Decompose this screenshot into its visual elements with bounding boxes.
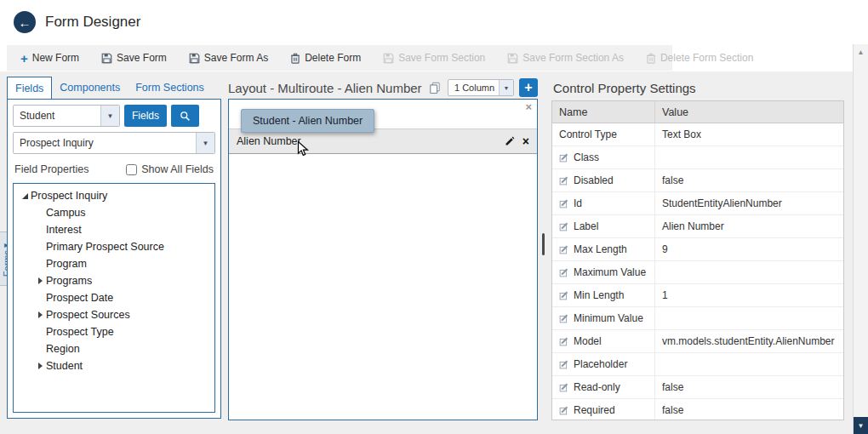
property-value[interactable]: false bbox=[654, 376, 843, 398]
tree-item[interactable]: Programs bbox=[14, 272, 214, 289]
expander-collapsed-icon[interactable] bbox=[34, 360, 46, 372]
property-name: Control Type bbox=[559, 128, 617, 140]
tree-item-label: Program bbox=[46, 258, 87, 270]
edit-icon[interactable] bbox=[559, 244, 569, 254]
tree-item[interactable]: Prospect Inquiry bbox=[14, 187, 214, 204]
edit-icon[interactable] bbox=[559, 313, 569, 323]
table-row: Id StudentEntityAlienNumber bbox=[552, 192, 843, 215]
fields-button[interactable]: Fields bbox=[124, 105, 167, 127]
tree-item-label: Prospect Date bbox=[46, 292, 113, 304]
table-row: Minimum Value bbox=[552, 307, 843, 330]
tree-item[interactable]: Region bbox=[14, 340, 214, 357]
edit-icon[interactable] bbox=[559, 290, 569, 300]
close-icon[interactable]: × bbox=[525, 100, 532, 113]
scroll-down-icon[interactable]: ▼ bbox=[854, 417, 868, 434]
tab-form-sections[interactable]: Form Sections bbox=[128, 77, 212, 99]
tab-components[interactable]: Components bbox=[52, 77, 128, 99]
property-name: Read-only bbox=[574, 381, 620, 393]
property-name: Model bbox=[574, 335, 602, 347]
edit-icon[interactable] bbox=[559, 198, 569, 208]
property-value[interactable]: vm.models.studentEntity.AlienNumber bbox=[654, 330, 843, 352]
property-name: Id bbox=[574, 197, 582, 209]
properties-title: Control Property Settings bbox=[551, 77, 846, 99]
layout-panel: Layout - Multiroute - Alien Number 1 Col… bbox=[228, 77, 538, 420]
column-header-value: Value bbox=[654, 101, 843, 123]
tree-item[interactable]: Campus bbox=[14, 204, 214, 221]
property-value[interactable]: StudentEntityAlienNumber bbox=[654, 192, 843, 214]
tree-item[interactable]: Prospect Sources bbox=[14, 306, 214, 323]
pencil-icon[interactable] bbox=[505, 136, 515, 146]
property-value[interactable] bbox=[654, 353, 843, 375]
left-tabs: Fields Components Form Sections bbox=[7, 77, 221, 99]
edit-icon[interactable] bbox=[559, 405, 569, 415]
vertical-scrollbar[interactable]: ▲ ▼ bbox=[853, 44, 868, 434]
edit-icon[interactable] bbox=[559, 359, 569, 369]
edit-icon[interactable] bbox=[559, 221, 569, 231]
search-button[interactable] bbox=[171, 105, 199, 127]
property-value[interactable]: 9 bbox=[654, 238, 843, 260]
delete-field-icon[interactable]: × bbox=[523, 135, 529, 147]
property-value[interactable]: 1 bbox=[654, 284, 843, 306]
property-value[interactable] bbox=[654, 261, 843, 283]
chevron-down-icon: ▼ bbox=[100, 106, 119, 126]
tree-item[interactable]: Interest bbox=[14, 221, 214, 238]
edit-icon[interactable] bbox=[559, 336, 569, 346]
field-tree: Prospect Inquiry Campus Interest Primary… bbox=[13, 183, 215, 413]
property-value[interactable] bbox=[654, 307, 843, 329]
column-select-value: 1 Column bbox=[448, 83, 499, 93]
delete-form-button[interactable]: Delete Form bbox=[290, 52, 361, 64]
table-row: Placeholder bbox=[552, 353, 843, 376]
tree-item[interactable]: Program bbox=[14, 255, 214, 272]
form-select[interactable]: Prospect Inquiry ▼ bbox=[13, 132, 215, 154]
save-form-section-button: Save Form Section bbox=[383, 52, 485, 64]
show-all-fields-checkbox[interactable] bbox=[126, 164, 137, 175]
panel-resize-handle[interactable] bbox=[542, 233, 545, 255]
tree-item[interactable]: Student bbox=[14, 357, 214, 374]
edit-icon[interactable] bbox=[559, 152, 569, 163]
entity-select[interactable]: Student ▼ bbox=[13, 105, 120, 127]
show-all-fields-label: Show All Fields bbox=[141, 163, 214, 175]
save-form-as-button[interactable]: Save Form As bbox=[189, 52, 268, 64]
table-row: Class bbox=[552, 146, 843, 169]
property-value[interactable] bbox=[654, 146, 843, 168]
expander-spacer bbox=[34, 343, 46, 355]
property-value[interactable]: false bbox=[654, 169, 843, 191]
new-form-button[interactable]: + New Form bbox=[20, 52, 79, 65]
column-select[interactable]: 1 Column ▼ bbox=[448, 79, 514, 96]
tree-item[interactable]: Prospect Type bbox=[14, 323, 214, 340]
back-button[interactable]: ← bbox=[14, 11, 36, 33]
save-icon bbox=[101, 53, 112, 64]
expander-collapsed-icon[interactable] bbox=[34, 275, 46, 287]
tree-item[interactable]: Primary Prospect Source bbox=[14, 238, 214, 255]
scroll-up-icon[interactable]: ▲ bbox=[854, 44, 868, 60]
property-name: Placeholder bbox=[574, 358, 627, 370]
delete-form-label: Delete Form bbox=[305, 52, 361, 64]
save-form-button[interactable]: Save Form bbox=[101, 52, 167, 64]
column-header-name: Name bbox=[552, 101, 654, 123]
save-icon bbox=[383, 53, 394, 64]
table-row: Required false bbox=[552, 399, 843, 420]
property-value[interactable]: Alien Number bbox=[654, 215, 843, 237]
tree-item-label: Student bbox=[46, 360, 83, 372]
edit-icon[interactable] bbox=[559, 382, 569, 392]
tree-item[interactable]: Prospect Date bbox=[14, 289, 214, 306]
expander-expanded-icon[interactable] bbox=[19, 190, 31, 202]
tab-fields[interactable]: Fields bbox=[7, 77, 52, 99]
table-row: Read-only false bbox=[552, 376, 843, 399]
properties-table-header: Name Value bbox=[552, 101, 843, 123]
tree-item-label: Programs bbox=[46, 275, 92, 287]
add-section-button[interactable]: + bbox=[519, 78, 538, 97]
edit-icon[interactable] bbox=[559, 267, 569, 277]
copy-icon[interactable] bbox=[429, 82, 441, 94]
tree-item-label: Interest bbox=[46, 224, 82, 236]
expander-spacer bbox=[34, 326, 46, 338]
search-icon bbox=[180, 111, 191, 122]
edit-icon[interactable] bbox=[559, 175, 569, 186]
table-row: Max Length 9 bbox=[552, 238, 843, 261]
entity-select-value: Student bbox=[14, 110, 100, 122]
expander-collapsed-icon[interactable] bbox=[34, 309, 46, 321]
delete-form-section-label: Delete Form Section bbox=[660, 52, 753, 64]
property-value[interactable]: Text Box bbox=[654, 123, 843, 146]
property-value[interactable]: false bbox=[654, 399, 843, 420]
save-form-section-as-label: Save Form Section As bbox=[523, 52, 624, 64]
